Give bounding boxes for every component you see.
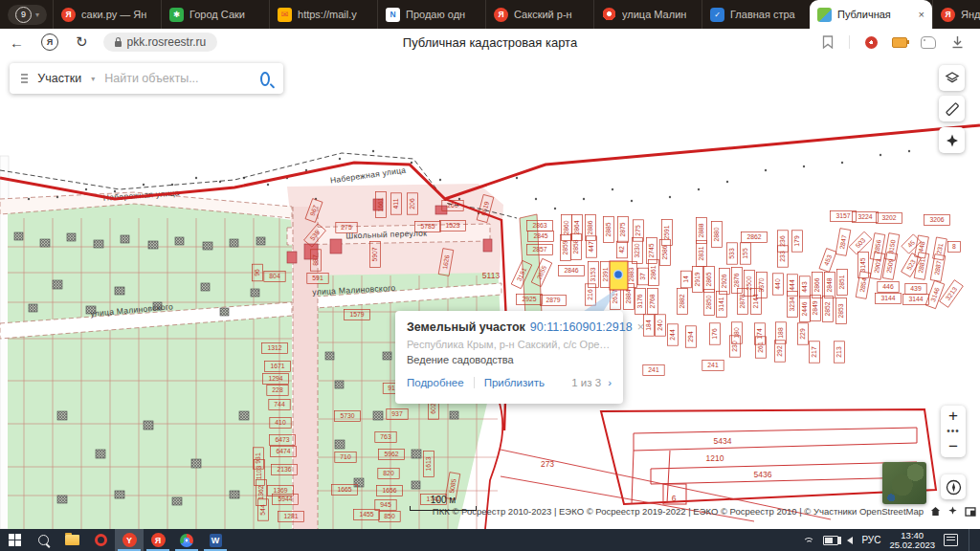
parcel-label[interactable]: 2883	[628, 267, 635, 281]
parcel-label[interactable]: 2745	[648, 243, 655, 257]
cadastral-map[interactable]: 9671661411206260661927557851523535887590…	[0, 55, 980, 529]
zoom-level-menu[interactable]: •••	[947, 427, 960, 436]
parcel-label[interactable]: 1523	[445, 222, 459, 229]
parcel-label[interactable]: 1661	[377, 197, 384, 211]
parcel-label[interactable]: 174	[756, 328, 763, 340]
parcel-label[interactable]: 2926	[721, 274, 727, 288]
browser-tab-8[interactable]: Я Яндекс	[932, 0, 980, 29]
parcel-label[interactable]: 2858	[572, 239, 579, 253]
parcel-label[interactable]: 1362	[257, 485, 264, 499]
parcel-label[interactable]: 1656	[382, 487, 396, 494]
parcel-label[interactable]: 1671	[270, 363, 284, 369]
browser-tab-6[interactable]: ✓ Главная стра	[702, 0, 810, 29]
parcel-label[interactable]: 446	[882, 283, 894, 290]
parcel-label[interactable]: 3144	[908, 296, 923, 302]
speaker-icon[interactable]	[847, 537, 853, 544]
parcel-label[interactable]: 763	[380, 433, 391, 440]
parcel-label[interactable]: 2876	[733, 273, 740, 287]
parcel-label[interactable]: 2853	[837, 303, 844, 318]
show-desktop-button[interactable]	[969, 529, 972, 551]
parcel-label[interactable]: 2848	[826, 277, 833, 292]
parcel-label[interactable]: 2591	[663, 225, 670, 239]
parcel-label[interactable]: 5436	[754, 470, 772, 479]
parcel-label[interactable]: 804	[269, 273, 280, 279]
parcel-label[interactable]: 850	[384, 513, 395, 519]
search-input[interactable]	[102, 71, 260, 86]
parcel-label[interactable]: 2144	[752, 294, 759, 308]
parcel-label[interactable]: 180	[733, 327, 740, 339]
parcel-label[interactable]: 1281	[283, 513, 298, 519]
parcel-label[interactable]: 1210	[706, 453, 724, 463]
download-icon[interactable]	[949, 34, 965, 50]
map-canvas[interactable]: 9671661411206260661927557851523535887590…	[0, 55, 980, 533]
refresh-button[interactable]: ↻	[76, 33, 88, 51]
parcel-label[interactable]: 2391	[602, 267, 609, 281]
parcel-label[interactable]: 2885	[605, 222, 612, 236]
parcel-label[interactable]: 2857	[532, 246, 546, 253]
parcel-label[interactable]: 544	[259, 504, 266, 516]
parcel-label[interactable]: 241	[648, 366, 659, 373]
parcel-label[interactable]: 176	[711, 328, 718, 340]
parcel-label[interactable]: 410	[275, 419, 286, 426]
parcel-label[interactable]: 3370	[758, 277, 765, 292]
browser-tab-5[interactable]: улица Малин	[593, 0, 702, 29]
parcel-label[interactable]: 5434	[714, 436, 732, 446]
parcel-label[interactable]: 820	[383, 470, 394, 476]
parcel-label[interactable]: 3224	[858, 213, 872, 220]
parcel-label[interactable]: 230	[731, 341, 738, 352]
parcel-label[interactable]: 2884	[625, 289, 632, 303]
parcel-label[interactable]: 937	[391, 410, 403, 417]
parcel-label[interactable]: 244	[669, 329, 676, 341]
yandex-browser-icon[interactable]: Y	[115, 529, 144, 551]
parcel-label[interactable]: 2864	[573, 220, 580, 234]
parcel-label[interactable]: 240	[657, 320, 663, 331]
parcel-label[interactable]: 1369	[273, 487, 287, 494]
parcel-label[interactable]: 439	[910, 285, 922, 292]
parcel-label[interactable]: 2831	[698, 246, 704, 260]
parcel-label[interactable]: 1294	[268, 375, 282, 382]
parcel-label[interactable]: 217	[811, 346, 817, 358]
parcel-label[interactable]: 229	[799, 328, 806, 340]
parcel-label[interactable]: 184	[645, 320, 652, 331]
parcel-label[interactable]: 2851	[838, 275, 845, 289]
parcel-label[interactable]: 5730	[340, 412, 354, 419]
battery-icon[interactable]	[823, 536, 838, 545]
start-button[interactable]	[0, 529, 29, 551]
parcel-label[interactable]: 2859	[562, 240, 568, 254]
compass-button[interactable]	[941, 474, 966, 499]
parcel-label[interactable]: 2863	[532, 222, 546, 229]
browser-tab-1[interactable]: ✱ Город Саки	[161, 0, 269, 29]
parcel-label[interactable]: 2879	[546, 297, 560, 303]
home-icon[interactable]	[930, 506, 941, 517]
browser-pet-icon[interactable]	[921, 34, 936, 50]
browser-tab-2[interactable]: ✉ https://mail.y	[269, 0, 377, 29]
parcel-label[interactable]: 2446	[801, 301, 808, 316]
parcel-label[interactable]: 2850	[705, 295, 712, 309]
yandex-app-icon[interactable]: Я	[144, 529, 172, 551]
parcel-label[interactable]: 292	[776, 345, 783, 357]
parcel-label[interactable]: 440	[774, 278, 781, 290]
parcel-label[interactable]: 1613	[425, 456, 432, 471]
parcel-label[interactable]: 233	[779, 251, 786, 262]
locate-star-icon[interactable]	[947, 506, 958, 517]
parcel-label[interactable]: 3234	[789, 297, 795, 311]
close-icon[interactable]: ×	[637, 320, 645, 333]
parcel-label[interactable]: 37	[639, 273, 646, 280]
parcel-label[interactable]: 1579	[349, 311, 364, 318]
energy-saver-icon[interactable]	[892, 34, 907, 50]
menu-burger-icon[interactable]	[21, 71, 28, 85]
zoom-out-button[interactable]: −	[948, 436, 958, 457]
parcel-label[interactable]: 602	[430, 403, 436, 414]
file-explorer-icon[interactable]	[57, 529, 86, 551]
parcel-label[interactable]: 228	[272, 386, 283, 393]
parcel-label[interactable]: 2886	[587, 220, 593, 234]
parcel-label[interactable]: 2880	[713, 227, 720, 241]
parcel-label[interactable]: 3176	[636, 294, 643, 308]
parcel-label[interactable]: 2849	[812, 300, 818, 315]
parcel-label[interactable]: 2852	[824, 301, 831, 316]
yandex-home-icon[interactable]: Я	[41, 33, 58, 51]
word-icon[interactable]: W	[201, 529, 230, 551]
parcel-label[interactable]: 447	[588, 241, 594, 253]
details-link[interactable]: Подробнее	[407, 377, 464, 388]
parcel-label[interactable]: 3157	[835, 212, 850, 219]
